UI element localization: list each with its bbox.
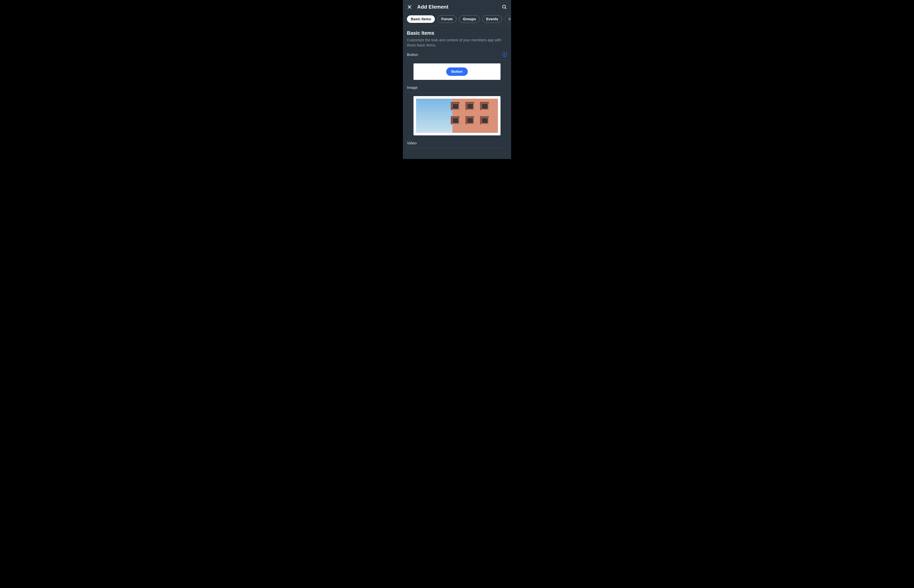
item-row-video: Video (407, 141, 507, 148)
svg-point-2 (503, 5, 505, 8)
close-button[interactable] (407, 4, 412, 10)
item-row-button: Button (407, 52, 507, 60)
tab-groups[interactable]: Groups (459, 15, 480, 23)
item-label: Video (407, 141, 417, 145)
element-preview-button[interactable]: Button (414, 63, 500, 80)
close-icon (407, 5, 412, 9)
add-element-panel: Add Element Basic ItemsForumGroupsEvents… (403, 0, 511, 159)
content: Basic Items Customize the look and conte… (403, 26, 511, 159)
item-label: Button (407, 52, 418, 57)
header: Add Element (403, 0, 511, 12)
element-preview-image[interactable] (414, 96, 500, 136)
tab-forum[interactable]: Forum (437, 15, 456, 23)
tab-basic-items[interactable]: Basic Items (407, 15, 435, 23)
svg-point-5 (504, 53, 505, 54)
sample-button: Button (446, 68, 468, 76)
search-icon (502, 4, 507, 10)
section-heading: Basic Items (407, 30, 507, 36)
category-tabs: Basic ItemsForumGroupsEventsBlog (403, 12, 511, 26)
info-button[interactable] (502, 52, 507, 57)
item-label: Image (407, 85, 417, 90)
item-row-image: Image (407, 85, 507, 92)
section-description: Customize the look and content of your m… (407, 37, 507, 48)
search-button[interactable] (501, 4, 507, 10)
tab-blog[interactable]: Blog (505, 15, 511, 23)
sample-image (416, 99, 498, 133)
page-title: Add Element (417, 4, 497, 10)
tab-events[interactable]: Events (482, 15, 502, 23)
svg-line-3 (505, 8, 506, 9)
info-icon (502, 52, 507, 57)
svg-rect-6 (505, 54, 505, 56)
